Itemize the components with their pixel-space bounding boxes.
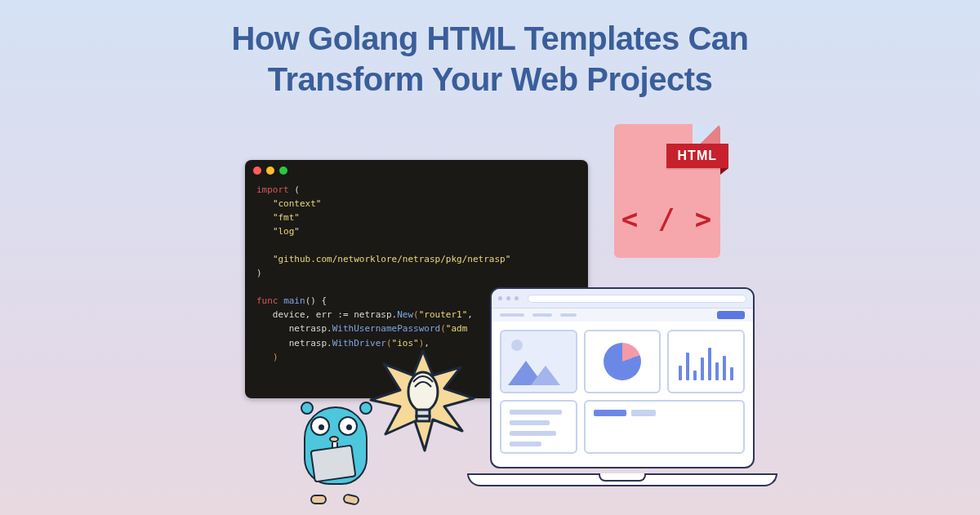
browser-dot	[506, 296, 510, 300]
bar	[723, 356, 726, 380]
button-placeholder	[594, 410, 626, 416]
laptop-base	[467, 473, 777, 486]
svg-rect-3	[416, 416, 430, 421]
bar	[730, 367, 733, 380]
text-line	[510, 442, 541, 446]
pie-chart-card	[584, 330, 662, 393]
browser-chrome	[492, 289, 753, 309]
gopher-nose	[329, 436, 339, 442]
bar	[679, 366, 682, 380]
nav-link-placeholder	[532, 313, 552, 317]
gopher-ear	[359, 402, 372, 415]
browser-dot	[498, 296, 502, 300]
text-line	[510, 431, 556, 436]
bar-chart-icon	[679, 343, 733, 380]
window-min-dot	[266, 166, 274, 175]
laptop-illustration	[467, 287, 777, 501]
svg-point-1	[408, 372, 438, 411]
bar	[715, 362, 719, 380]
sun-icon	[511, 340, 523, 351]
laptop-screen	[490, 287, 755, 468]
gopher-foot	[310, 495, 327, 504]
wide-card	[584, 400, 745, 454]
html-badge: HTML	[666, 144, 728, 168]
gopher-foot	[342, 493, 360, 506]
gopher-mascot-icon	[296, 392, 385, 506]
nav-link-placeholder	[560, 313, 577, 317]
browser-dot	[514, 296, 519, 300]
gopher-eye	[338, 416, 358, 436]
page-title: How Golang HTML Templates Can Transform …	[0, 18, 980, 100]
bar	[708, 348, 711, 380]
button-placeholder	[631, 410, 656, 416]
text-lines	[501, 402, 576, 454]
dashboard-grid	[492, 322, 753, 467]
bar	[686, 353, 689, 380]
gopher-eye	[310, 416, 330, 436]
nav-link-placeholder	[500, 313, 524, 317]
title-line-2: Transform Your Web Projects	[268, 61, 712, 97]
button-row	[594, 410, 656, 416]
window-max-dot	[279, 166, 287, 175]
gopher-laptop	[310, 445, 356, 483]
site-nav	[492, 309, 753, 322]
text-line	[510, 420, 550, 425]
text-line	[510, 410, 562, 415]
editor-titlebar	[245, 160, 588, 181]
mountain-icon	[531, 366, 560, 385]
bar-chart-card	[667, 330, 745, 393]
title-line-1: How Golang HTML Templates Can	[232, 20, 749, 56]
bar	[693, 371, 697, 380]
html-code-glyph: < / >	[614, 202, 720, 235]
url-bar	[528, 295, 746, 303]
bar	[701, 357, 704, 380]
image-card	[500, 330, 577, 393]
window-close-dot	[253, 166, 261, 175]
pie-chart-icon	[604, 343, 641, 380]
html-file-icon: HTML < / >	[614, 124, 720, 258]
gopher-ear	[301, 402, 314, 415]
nav-button-placeholder	[717, 311, 745, 319]
text-card	[500, 400, 577, 454]
